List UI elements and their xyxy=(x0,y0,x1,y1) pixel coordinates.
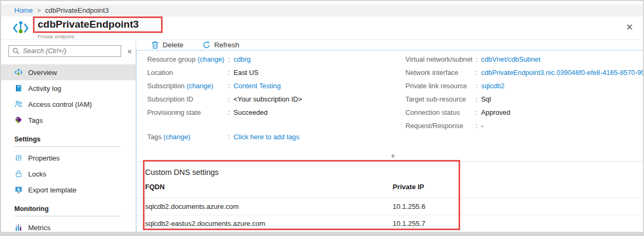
blade-body: « Overview xyxy=(1,40,643,232)
highlight-box-title: cdbPrivateEndpoint3 xyxy=(33,16,163,33)
change-link[interactable]: (change) xyxy=(187,82,214,90)
connection-status-value: Approved xyxy=(481,108,511,116)
essentials-label: Location xyxy=(147,69,228,77)
private-ip-cell: 10.1.255.6 xyxy=(393,203,425,210)
essentials-row-private-link-resource: Private link resource : sqlcdb2 xyxy=(405,82,644,90)
search-icon xyxy=(12,47,20,55)
sidebar-nav: Overview Activity log xyxy=(1,64,135,235)
colon: : xyxy=(228,55,230,63)
essentials-label: Connection status xyxy=(405,108,476,116)
resource-group-link[interactable]: cdbrg xyxy=(234,55,251,63)
sidebar-collapse-icon[interactable]: « xyxy=(128,47,132,55)
blade-header: cdbPrivateEndpoint3 Private endpoint ✕ xyxy=(1,16,643,40)
sidebar-item-label: Tags xyxy=(28,116,43,124)
essentials-left-column: Resource group (change) : cdbrg Location… xyxy=(147,55,405,146)
refresh-button[interactable]: Refresh xyxy=(202,41,239,49)
page-subtitle: Private endpoint xyxy=(38,33,163,39)
tags-icon xyxy=(14,116,23,124)
sidebar-item-label: Access control (IAM) xyxy=(28,100,92,108)
essentials-label: Provisioning state xyxy=(147,108,228,116)
custom-dns-section: Custom DNS settings FQDN Private IP sqlc… xyxy=(137,162,644,232)
dns-table-row: sqlcdb2.documents.azure.com 10.1.255.6 xyxy=(137,198,644,215)
sidebar-item-label: Export template xyxy=(28,186,77,194)
sidebar-section-monitoring: Monitoring xyxy=(1,198,135,216)
azure-portal-window: Home > cdbPrivateEndpoint3 cdbPrivateEnd… xyxy=(0,0,644,236)
essentials-row-target-sub-resource: Target sub-resource : Sql xyxy=(405,95,644,103)
sidebar: « Overview xyxy=(1,40,136,232)
properties-icon xyxy=(14,154,23,162)
sidebar-item-export-template[interactable]: Export template xyxy=(1,182,135,198)
essentials-row-subscription-id: Subscription ID : <Your subscription ID> xyxy=(147,95,405,103)
vnet-subnet-link[interactable]: cdbVnet/cdbSubnet xyxy=(481,55,541,63)
overview-body: Resource group (change) : cdbrg Location… xyxy=(136,50,644,232)
sidebar-item-label: Activity log xyxy=(28,85,61,92)
essentials-row-location: Location : East US xyxy=(147,69,405,77)
breadcrumb-current: cdbPrivateEndpoint3 xyxy=(45,6,109,14)
sidebar-item-metrics[interactable]: Metrics xyxy=(1,220,135,235)
essentials-row-connection-status: Connection status : Approved xyxy=(405,108,644,116)
colon: : xyxy=(476,69,478,77)
essentials-label: Resource group (change) xyxy=(147,55,228,63)
sidebar-item-access-control[interactable]: Access control (IAM) xyxy=(1,96,135,112)
sidebar-item-label: Overview xyxy=(28,69,57,77)
fqdn-column-header: FQDN xyxy=(145,183,393,191)
sidebar-item-activity-log[interactable]: Activity log xyxy=(1,80,135,96)
sidebar-item-label: Locks xyxy=(28,170,46,178)
colon: : xyxy=(228,133,230,141)
breadcrumb-home-link[interactable]: Home xyxy=(14,6,33,14)
target-sub-resource-value: Sql xyxy=(481,95,492,103)
essentials-row-resource-group: Resource group (change) : cdbrg xyxy=(147,55,405,63)
delete-button[interactable]: Delete xyxy=(151,41,183,49)
essentials-row-provisioning-state: Provisioning state : Succeeded xyxy=(147,108,405,116)
colon: : xyxy=(476,122,478,130)
custom-dns-title: Custom DNS settings xyxy=(137,162,644,183)
private-endpoint-icon xyxy=(13,20,29,37)
search-input[interactable] xyxy=(9,45,121,57)
locks-icon xyxy=(14,170,23,178)
essentials-label: Target sub-resource xyxy=(405,95,476,103)
essentials-label: Subscription (change) xyxy=(147,82,228,90)
sidebar-item-properties[interactable]: Properties xyxy=(1,150,135,166)
label-text: Tags xyxy=(147,133,162,141)
private-ip-cell: 10.1.255.7 xyxy=(393,220,425,227)
essentials-row-network-interface: Network interface : cdbPrivateEndpoint3.… xyxy=(405,69,644,77)
sidebar-item-locks[interactable]: Locks xyxy=(1,166,135,182)
breadcrumb: Home > cdbPrivateEndpoint3 xyxy=(1,4,643,16)
sidebar-item-overview[interactable]: Overview xyxy=(1,64,135,80)
command-bar: Delete Refresh xyxy=(136,40,644,50)
title-block: cdbPrivateEndpoint3 Private endpoint xyxy=(33,16,163,39)
delete-label: Delete xyxy=(163,41,183,49)
essentials-label: Network interface xyxy=(405,69,476,77)
change-link[interactable]: (change) xyxy=(198,55,225,63)
essentials-label: Subscription ID xyxy=(147,95,228,103)
export-template-icon xyxy=(14,186,23,194)
essentials-row-subscription: Subscription (change) : Content Testing xyxy=(147,82,405,90)
private-link-resource-link[interactable]: sqlcdb2 xyxy=(481,82,505,90)
sidebar-item-label: Properties xyxy=(28,154,60,162)
collapse-essentials-icon[interactable]: « xyxy=(389,154,397,158)
essentials-collapse-row: « xyxy=(137,151,644,159)
subscription-link[interactable]: Content Testing xyxy=(234,82,281,90)
colon: : xyxy=(228,69,230,77)
network-interface-link[interactable]: cdbPrivateEndpoint3.nic.039046f0-efe8-41… xyxy=(481,69,644,77)
request-response-value: - xyxy=(481,122,484,130)
essentials-label: Private link resource xyxy=(405,82,476,90)
trash-icon xyxy=(151,41,159,49)
refresh-icon xyxy=(202,41,210,49)
metrics-icon xyxy=(14,223,23,232)
essentials-label: Virtual network/subnet xyxy=(405,55,476,63)
search-box xyxy=(9,45,121,57)
essentials-label: Request/Response xyxy=(405,122,476,130)
sidebar-item-tags[interactable]: Tags xyxy=(1,112,135,128)
change-link[interactable]: (change) xyxy=(164,133,191,141)
location-value: East US xyxy=(234,69,259,77)
close-icon[interactable]: ✕ xyxy=(626,22,633,33)
sidebar-search-row: « xyxy=(1,45,135,57)
essentials-right-column: Virtual network/subnet : cdbVnet/cdbSubn… xyxy=(405,55,644,146)
add-tags-link[interactable]: Click here to add tags xyxy=(234,133,300,141)
sidebar-section-settings: Settings xyxy=(1,128,135,146)
activity-log-icon xyxy=(14,84,23,92)
refresh-label: Refresh xyxy=(214,41,239,49)
dns-table-header: FQDN Private IP xyxy=(137,183,644,198)
endpoint-icon xyxy=(14,68,23,77)
